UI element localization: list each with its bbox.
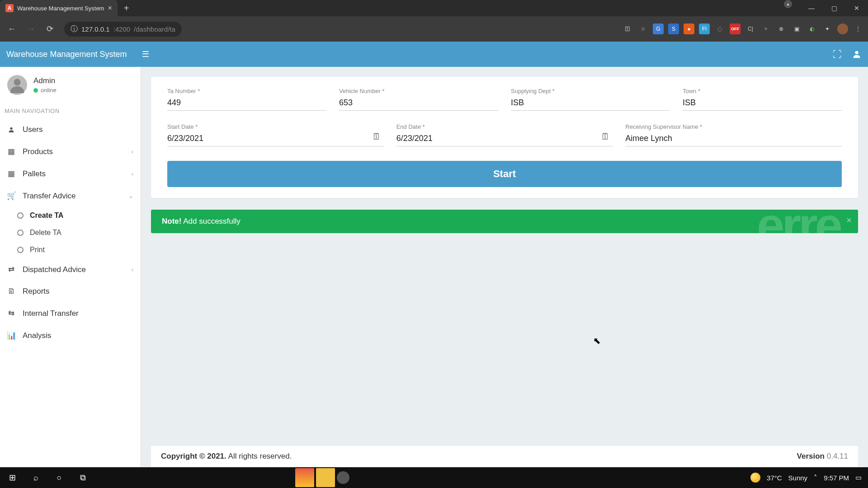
footer-copyright-rest: All rights reserved. — [226, 452, 292, 460]
user-icon — [7, 126, 15, 133]
sub-item-delete-ta[interactable]: Delete TA — [10, 224, 141, 241]
task-app-generic-icon[interactable] — [337, 471, 349, 484]
chevron-down-icon: ⌄ — [128, 192, 133, 199]
calendar-icon[interactable]: 🗓 — [601, 131, 610, 142]
task-app-explorer-icon[interactable] — [316, 468, 335, 487]
ext-c-icon[interactable]: C| — [745, 23, 756, 34]
cortana-icon[interactable]: ○ — [49, 468, 70, 487]
start-button[interactable]: Start — [167, 161, 842, 187]
ext-translate-icon[interactable]: G — [653, 23, 664, 34]
ext-circle-icon[interactable]: ◌ — [714, 23, 725, 34]
footer-copyright-bold: Copyright © 2021. — [161, 452, 226, 460]
back-icon[interactable]: ← — [5, 22, 19, 36]
svg-point-1 — [14, 79, 21, 86]
chevron-left-icon: ‹ — [132, 170, 133, 177]
sidebar-item-transfer-advice[interactable]: 🛒 Transfer Advice ⌄ — [0, 185, 141, 207]
ext-gray-icon[interactable]: ✦ — [760, 23, 771, 34]
ext-fl-icon[interactable]: Fl — [699, 23, 710, 34]
sidebar-item-label: Dispatched Advice — [23, 265, 86, 274]
ta-number-field: Ta Number * — [167, 88, 326, 111]
weather-icon[interactable] — [750, 473, 760, 483]
window-controls: ● — ▢ ✕ — [784, 0, 868, 16]
sidebar-item-users[interactable]: Users — [0, 119, 141, 141]
account-icon[interactable] — [852, 49, 862, 59]
supplying-dept-input[interactable] — [511, 96, 670, 111]
vehicle-number-input[interactable] — [339, 96, 498, 111]
new-tab-button[interactable]: + — [118, 3, 136, 14]
svg-point-2 — [10, 127, 12, 130]
nav-heading: MAIN NAVIGATION — [0, 103, 141, 119]
task-view-icon[interactable]: ⧉ — [72, 468, 93, 487]
circle-icon — [17, 212, 24, 219]
site-info-icon[interactable]: ⓘ — [71, 24, 78, 34]
tab-close-icon[interactable]: × — [108, 4, 112, 12]
task-app-chrome-icon[interactable] — [295, 468, 314, 487]
alert-close-icon[interactable]: × — [846, 215, 852, 225]
close-window-icon[interactable]: ✕ — [845, 0, 868, 16]
start-menu-icon[interactable]: ⊞ — [2, 468, 23, 487]
forward-icon[interactable]: → — [24, 22, 38, 36]
sub-item-label: Print — [30, 246, 45, 254]
profile-avatar-icon[interactable] — [837, 23, 848, 34]
field-label: Ta Number * — [167, 88, 326, 94]
sidebar-item-internal-transfer[interactable]: ⇆ Internal Transfer — [0, 302, 141, 324]
maximize-icon[interactable]: ▢ — [823, 0, 845, 16]
calendar-icon[interactable]: 🗓 — [372, 131, 381, 142]
key-icon[interactable]: ⚿ — [622, 23, 633, 34]
ext-orange-icon[interactable]: ● — [684, 23, 694, 34]
profile-icon[interactable]: ● — [784, 0, 792, 8]
file-icon: 🗎 — [7, 287, 15, 296]
start-date-input[interactable] — [167, 132, 384, 146]
sub-item-create-ta[interactable]: Create TA — [10, 207, 141, 224]
sidebar-item-analysis[interactable]: 📊 Analysis — [0, 324, 141, 347]
sidebar-item-label: Pallets — [23, 169, 46, 178]
alert-ghost-text: erre — [757, 210, 840, 233]
supervisor-input[interactable] — [625, 132, 842, 146]
alert-message: Add successfully — [181, 217, 240, 225]
browser-menu-icon[interactable]: ⋮ — [853, 23, 863, 34]
reload-icon[interactable]: ⟳ — [42, 22, 57, 36]
end-date-input[interactable] — [396, 132, 613, 146]
field-label: End Date * — [396, 123, 613, 130]
sidebar-item-reports[interactable]: 🗎 Reports — [0, 281, 141, 302]
svg-point-0 — [855, 51, 858, 54]
tray-chevron-icon[interactable]: ˄ — [814, 474, 817, 482]
bookmark-star-icon[interactable]: ☆ — [637, 23, 648, 34]
app-footer: Copyright © 2021. All rights reserved. V… — [151, 445, 858, 467]
pallets-icon: ▦ — [7, 169, 15, 178]
sidebar-item-label: Reports — [23, 287, 50, 296]
browser-tab[interactable]: A Warehouse Management System × — [0, 0, 118, 16]
extension-icons: ⚿ ☆ G S ● Fl ◌ OFF C| ✦ ⊕ ▣ ◐ ✦ ⋮ — [622, 23, 863, 34]
ext-camera-icon[interactable]: ▣ — [791, 23, 802, 34]
ext-globe-icon[interactable]: ⊕ — [776, 23, 787, 34]
ext-skype-icon[interactable]: S — [668, 23, 679, 34]
ext-green-icon[interactable]: ◐ — [807, 23, 817, 34]
sidebar-item-dispatched-advice[interactable]: ⇄ Dispatched Advice ‹ — [0, 258, 141, 281]
weather-temp[interactable]: 37°C — [767, 474, 782, 482]
minimize-icon[interactable]: — — [800, 0, 823, 16]
form-card: Ta Number * Vehicle Number * Supplying D… — [151, 77, 858, 198]
browser-address-bar: ← → ⟳ ⓘ 127.0.0.1:4200/dashboard/ta ⚿ ☆ … — [0, 16, 868, 42]
windows-taskbar: ⊞ ⌕ ○ ⧉ 37°C Sunny ˄ 9:57 PM ▭ — [0, 467, 868, 488]
field-label: Supplying Dept * — [511, 88, 670, 94]
url-host: 127.0.0.1 — [81, 25, 110, 33]
sub-item-print[interactable]: Print — [10, 241, 141, 258]
search-icon[interactable]: ⌕ — [25, 468, 46, 487]
circle-icon — [17, 247, 24, 253]
notifications-icon[interactable]: ▭ — [855, 474, 862, 482]
ta-number-input[interactable] — [167, 96, 326, 111]
tray-clock[interactable]: 9:57 PM — [824, 474, 849, 482]
url-box[interactable]: ⓘ 127.0.0.1:4200/dashboard/ta — [64, 22, 182, 37]
success-alert: erre Note! Add successfully × — [151, 210, 858, 233]
fullscreen-icon[interactable]: ⛶ — [833, 49, 842, 60]
ext-off-badge[interactable]: OFF — [730, 23, 741, 34]
sidebar-user: Admin online — [0, 75, 141, 103]
extensions-puzzle-icon[interactable]: ✦ — [822, 23, 833, 34]
status-dot-icon — [33, 88, 38, 93]
sidebar-item-pallets[interactable]: ▦ Pallets ‹ — [0, 163, 141, 185]
weather-desc[interactable]: Sunny — [788, 474, 808, 482]
sidebar-item-products[interactable]: ▦ Products ‹ — [0, 141, 141, 163]
town-input[interactable] — [683, 96, 842, 111]
sidebar-toggle-icon[interactable]: ☰ — [142, 49, 149, 59]
basket-icon: 🛒 — [7, 191, 15, 201]
